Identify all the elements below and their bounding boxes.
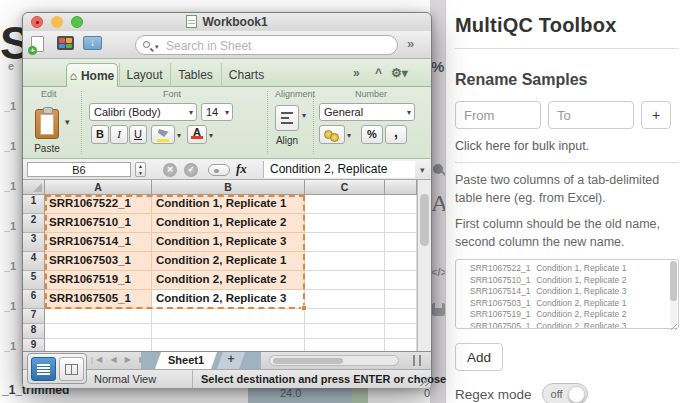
align-icon[interactable] bbox=[275, 105, 299, 131]
vertical-scrollbar[interactable] bbox=[417, 180, 431, 351]
percent-style-button[interactable]: % bbox=[361, 125, 383, 144]
comma-style-button[interactable]: , bbox=[385, 125, 407, 144]
grid-row-8[interactable]: 8 bbox=[23, 324, 431, 339]
grid-row-2[interactable]: 2 SRR1067510_1 Condition 1, Replicate 2 bbox=[23, 214, 431, 233]
cell-d2[interactable] bbox=[385, 214, 417, 233]
fill-color-caret-icon[interactable]: ▾ bbox=[177, 131, 181, 140]
cell-c8[interactable] bbox=[305, 324, 385, 339]
tab-charts[interactable]: Charts bbox=[221, 63, 271, 87]
add-rename-pair-button[interactable]: + bbox=[641, 101, 671, 129]
vertical-scrollbar-thumb[interactable] bbox=[420, 194, 429, 246]
cell-b7[interactable] bbox=[152, 309, 305, 324]
column-header-a[interactable]: A bbox=[45, 180, 152, 195]
font-size-select[interactable]: 14▾ bbox=[201, 103, 233, 121]
cell-a7[interactable] bbox=[45, 309, 152, 324]
fx-icon[interactable]: fx bbox=[236, 161, 247, 177]
column-header-b[interactable]: B bbox=[152, 180, 305, 195]
normal-view-button[interactable] bbox=[31, 357, 56, 381]
cell-b8[interactable] bbox=[152, 324, 305, 339]
currency-caret-icon[interactable]: ▾ bbox=[347, 131, 351, 140]
bold-button[interactable]: B bbox=[91, 125, 109, 144]
number-format-select[interactable]: General▾ bbox=[319, 103, 415, 121]
cell-name-box[interactable]: B6 bbox=[27, 162, 131, 177]
row-header[interactable]: 1 bbox=[23, 195, 45, 214]
font-name-select[interactable]: Calibri (Body)▾ bbox=[89, 103, 197, 121]
formula-bar-caret-icon[interactable]: ▾ bbox=[420, 165, 425, 175]
cell-a9[interactable] bbox=[45, 339, 152, 351]
gear-icon[interactable]: ⚙▾ bbox=[391, 66, 408, 80]
media-gallery-icon[interactable] bbox=[57, 36, 74, 50]
cell-d6[interactable] bbox=[385, 290, 417, 309]
confirm-entry-icon[interactable]: ✓ bbox=[184, 163, 198, 177]
bulk-rename-textarea[interactable]: SRR1067522_1 Condition 1, Replicate 1 SR… bbox=[455, 259, 679, 329]
row-header[interactable]: 8 bbox=[23, 324, 45, 339]
row-header[interactable]: 3 bbox=[23, 233, 45, 252]
insert-function-icon[interactable] bbox=[208, 164, 230, 176]
tab-layout[interactable]: Layout bbox=[119, 63, 169, 87]
cell-c7[interactable] bbox=[305, 309, 385, 324]
cell-d3[interactable] bbox=[385, 233, 417, 252]
tabs-overflow-chevron[interactable]: » bbox=[353, 66, 360, 80]
cell-c9[interactable] bbox=[305, 339, 385, 351]
currency-button[interactable] bbox=[319, 125, 345, 144]
row-header[interactable]: 6 bbox=[23, 290, 45, 309]
horizontal-scrollbar[interactable] bbox=[269, 355, 399, 366]
grid-row-9[interactable]: 9 bbox=[23, 339, 431, 351]
toolbar-overflow-chevron[interactable]: » bbox=[407, 36, 414, 51]
cell-b4[interactable]: Condition 2, Replicate 1 bbox=[152, 252, 305, 271]
row-header[interactable]: 7 bbox=[23, 309, 45, 324]
rename-from-input[interactable] bbox=[455, 101, 541, 129]
cell-b1[interactable]: Condition 1, Replicate 1 bbox=[152, 195, 305, 214]
cell-d8[interactable] bbox=[385, 324, 417, 339]
regex-mode-toggle[interactable]: off bbox=[542, 383, 588, 403]
grid-row-1[interactable]: 1 SRR1067522_1 Condition 1, Replicate 1 bbox=[23, 195, 431, 214]
add-button[interactable]: Add bbox=[455, 343, 503, 371]
cell-d7[interactable] bbox=[385, 309, 417, 324]
select-all-corner[interactable] bbox=[23, 180, 45, 195]
cell-a3[interactable]: SRR1067514_1 bbox=[45, 233, 152, 252]
cancel-entry-icon[interactable]: ✕ bbox=[163, 163, 177, 177]
cell-c3[interactable] bbox=[305, 233, 385, 252]
paste-caret-icon[interactable]: ▾ bbox=[65, 117, 70, 127]
row-header[interactable]: 2 bbox=[23, 214, 45, 233]
cell-a2[interactable]: SRR1067510_1 bbox=[45, 214, 152, 233]
fill-color-button[interactable] bbox=[151, 125, 175, 144]
tab-tables[interactable]: Tables bbox=[170, 63, 220, 87]
textarea-scrollbar-thumb[interactable] bbox=[670, 261, 677, 301]
cell-a6[interactable]: SRR1067505_1 bbox=[45, 290, 152, 309]
underline-button[interactable]: U bbox=[129, 125, 147, 144]
search-options-caret-icon[interactable]: ▾ bbox=[155, 43, 159, 51]
cell-a5[interactable]: SRR1067519_1 bbox=[45, 271, 152, 290]
open-file-icon[interactable]: ↓ bbox=[83, 36, 102, 50]
selection-fill-handle[interactable] bbox=[301, 305, 307, 311]
cell-b3[interactable]: Condition 1, Replicate 3 bbox=[152, 233, 305, 252]
cell-a8[interactable] bbox=[45, 324, 152, 339]
align-caret-icon[interactable]: ▾ bbox=[302, 111, 306, 120]
regex-toggle-knob[interactable] bbox=[568, 386, 585, 403]
column-header-partial[interactable] bbox=[385, 180, 417, 195]
grid-row-7[interactable]: 7 bbox=[23, 309, 431, 324]
italic-button[interactable]: I bbox=[110, 125, 128, 144]
add-sheet-tab[interactable]: + bbox=[217, 352, 245, 369]
tab-split-grip[interactable] bbox=[413, 355, 421, 366]
horizontal-scrollbar-thumb[interactable] bbox=[273, 358, 343, 364]
sheet-tab-sheet1[interactable]: Sheet1 bbox=[155, 352, 217, 369]
cell-b2[interactable]: Condition 1, Replicate 2 bbox=[152, 214, 305, 233]
formula-value[interactable]: Condition 2, Replicate bbox=[263, 161, 415, 178]
cell-b5[interactable]: Condition 2, Replicate 2 bbox=[152, 271, 305, 290]
font-color-button[interactable]: A bbox=[187, 125, 207, 144]
bulk-input-link[interactable]: Click here for bulk input. bbox=[455, 139, 679, 153]
cell-b6-active[interactable]: Condition 2, Replicate 3 bbox=[152, 290, 305, 309]
column-header-c[interactable]: C bbox=[305, 180, 385, 195]
row-header[interactable]: 5 bbox=[23, 271, 45, 290]
tab-home[interactable]: ⌂Home bbox=[66, 63, 118, 87]
grid-row-3[interactable]: 3 SRR1067514_1 Condition 1, Replicate 3 bbox=[23, 233, 431, 252]
grid-row-5[interactable]: 5 SRR1067519_1 Condition 2, Replicate 2 bbox=[23, 271, 431, 290]
collapse-ribbon-icon[interactable]: ^ bbox=[375, 66, 382, 80]
grid-row-6[interactable]: 6 SRR1067505_1 Condition 2, Replicate 3 bbox=[23, 290, 431, 309]
page-layout-view-button[interactable] bbox=[59, 357, 84, 381]
grid-row-4[interactable]: 4 SRR1067503_1 Condition 2, Replicate 1 bbox=[23, 252, 431, 271]
spreadsheet-grid[interactable]: A B C 1 SRR1067522_1 Condition 1, Replic… bbox=[23, 180, 431, 351]
search-field[interactable]: ▾ Search in Sheet bbox=[135, 35, 398, 55]
window-titlebar[interactable]: Workbook1 bbox=[23, 13, 431, 31]
